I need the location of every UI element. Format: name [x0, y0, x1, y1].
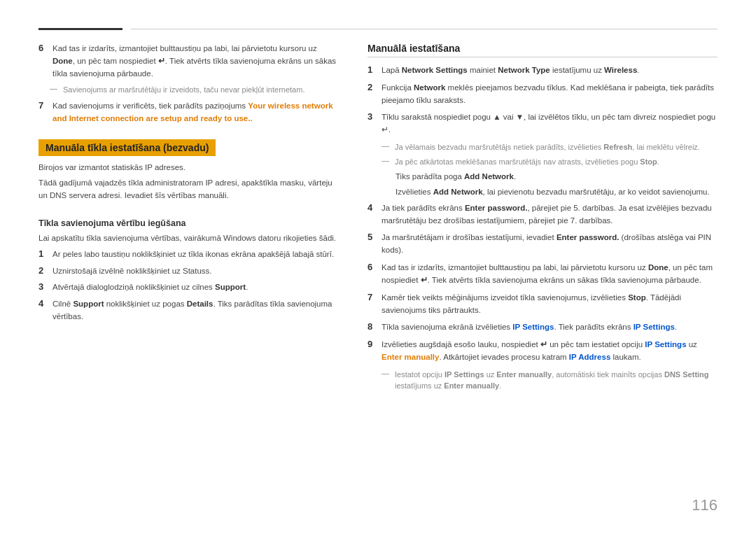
note-text-1: Savienojums ar maršrutētāju ir izveidots… [63, 84, 304, 96]
right-step-text-6: Kad tas ir izdarīts, izmantojiet bulttau… [382, 262, 718, 287]
top-bar [38, 28, 718, 30]
left-step-num-2: 2 [38, 265, 47, 278]
intro-step-7: 7 Kad savienojums ir verificēts, tiek pa… [38, 100, 340, 125]
right-step-9: 9 Izvēlieties augšdajā esošo lauku, nosp… [368, 339, 718, 364]
add-network-text-1: Tiks parādīta poga Add Network. [396, 170, 718, 183]
right-step-num-3: 3 [368, 111, 376, 136]
top-bar-thin [131, 29, 718, 29]
right-step-1: 1 Lapā Network Settings mainiet Network … [368, 64, 718, 77]
right-step-2: 2 Funkcija Network meklēs pieejamos bezv… [368, 82, 718, 107]
right-step-4: 4 Ja tiek parādīts ekrāns Enter password… [368, 202, 718, 227]
right-step-num-2: 2 [368, 82, 376, 107]
right-step-num-1: 1 [368, 64, 376, 77]
right-step-text-3: Tīklu sarakstā nospiediet pogu ▲ vai ▼, … [382, 111, 718, 136]
step-text-7: Kad savienojums ir verificēts, tiek parā… [52, 100, 340, 125]
intro-step-6: 6 Kad tas ir izdarīts, izmantojiet bultt… [38, 43, 340, 80]
step-num-7: 7 [38, 100, 47, 125]
right-step-num-9: 9 [368, 339, 376, 364]
right-step-text-9: Izvēlieties augšdajā esošo lauku, nospie… [382, 339, 718, 364]
right-step-text-8: Tīkla savienojuma ekrānā izvēlieties IP … [382, 321, 677, 334]
right-step-num-4: 4 [368, 202, 376, 227]
right-step-text-4: Ja tiek parādīts ekrāns Enter password.,… [382, 202, 718, 227]
note-text-r3-2: Ja pēc atkārtotas meklēšanas maršrutētāj… [395, 156, 659, 168]
right-step-8: 8 Tīkla savienojuma ekrānā izvēlieties I… [368, 321, 718, 334]
left-step-2: 2 Uznirstošajā izvēlnē noklikšķiniet uz … [38, 265, 340, 278]
left-step-num-3: 3 [38, 281, 47, 294]
left-step-text-4: Cilnē Support noklikšķiniet uz pogas Det… [52, 298, 340, 323]
left-column: 6 Kad tas ir izdarīts, izmantojiet bultt… [38, 43, 340, 395]
right-step-9-note: — Iestatot opciju IP Settings uz Enter m… [382, 369, 718, 392]
left-step-text-3: Atvērtajā dialoglodziņā noklikšķiniet uz… [52, 281, 248, 294]
content-area: 6 Kad tas ir izdarīts, izmantojiet bultt… [38, 43, 718, 395]
right-step-num-7: 7 [368, 292, 376, 317]
right-column: Manuālā iestatīšana 1 Lapā Network Setti… [368, 43, 718, 395]
top-bar-thick [38, 28, 122, 30]
note-text-r3-1: Ja vēlamais bezvadu maršrutētājs netiek … [395, 141, 700, 153]
section-title-manual: Manuāla tīkla iestatīšana (bezvadu) [38, 139, 216, 156]
right-section-title: Manuālā iestatīšana [368, 43, 718, 57]
right-step-num-8: 8 [368, 321, 376, 334]
left-step-1: 1 Ar peles labo taustiņu noklikšķiniet u… [38, 248, 340, 261]
right-step-text-2: Funkcija Network meklēs pieejamos bezvad… [382, 82, 718, 107]
left-step-num-4: 4 [38, 298, 47, 323]
right-step-7: 7 Kamēr tiek veikts mēģinājums izveidot … [368, 292, 718, 317]
right-step-text-7: Kamēr tiek veikts mēģinājums izveidot tī… [382, 292, 718, 317]
note-text-r9: Iestatot opciju IP Settings uz Enter man… [395, 369, 718, 392]
left-step-4: 4 Cilnē Support noklikšķiniet uz pogas D… [38, 298, 340, 323]
right-step-text-5: Ja maršrutētājam ir drošības iestatījumi… [382, 232, 718, 257]
left-step-text-2: Uznirstošajā izvēlnē noklikšķiniet uz St… [52, 265, 212, 278]
left-step-text-1: Ar peles labo taustiņu noklikšķiniet uz … [52, 248, 334, 261]
right-step-3: 3 Tīklu sarakstā nospiediet pogu ▲ vai ▼… [368, 111, 718, 136]
right-step-num-5: 5 [368, 232, 376, 257]
right-step-5: 5 Ja maršrutētājam ir drošības iestatīju… [368, 232, 718, 257]
right-step-text-1: Lapā Network Settings mainiet Network Ty… [382, 64, 640, 77]
page-number: 116 [692, 496, 718, 514]
left-step-num-1: 1 [38, 248, 47, 261]
right-step-6: 6 Kad tas ir izdarīts, izmantojiet bultt… [368, 262, 718, 287]
sub-body: Lai apskatītu tīkla savienojuma vērtības… [38, 232, 340, 245]
step-text-6: Kad tas ir izdarīts, izmantojiet bulttau… [52, 43, 340, 80]
right-step-num-6: 6 [368, 262, 376, 287]
sub-heading: Tīkla savienojuma vērtību iegūšana [38, 218, 340, 228]
page: 6 Kad tas ir izdarīts, izmantojiet bultt… [0, 0, 756, 534]
note-line-r3-1: — Ja vēlamais bezvadu maršrutētājs netie… [382, 141, 718, 153]
note-line-r3-2: — Ja pēc atkārtotas meklēšanas maršrutēt… [382, 156, 718, 168]
body-text-1: Birojos var izmantot statiskās IP adrese… [38, 162, 340, 174]
body-text-2: Tādā gadījumā vajadzēs tīkla administrat… [38, 177, 340, 202]
note-line-r9: — Iestatot opciju IP Settings uz Enter m… [382, 369, 718, 392]
note-line-1: — Savienojums ar maršrutētāju ir izveido… [50, 84, 340, 96]
add-network-text-2: Izvēlieties Add Network, lai pievienotu … [396, 185, 718, 198]
step-num-6: 6 [38, 43, 47, 80]
right-step-3-notes: — Ja vēlamais bezvadu maršrutētājs netie… [382, 141, 718, 199]
left-step-3: 3 Atvērtajā dialoglodziņā noklikšķiniet … [38, 281, 340, 294]
